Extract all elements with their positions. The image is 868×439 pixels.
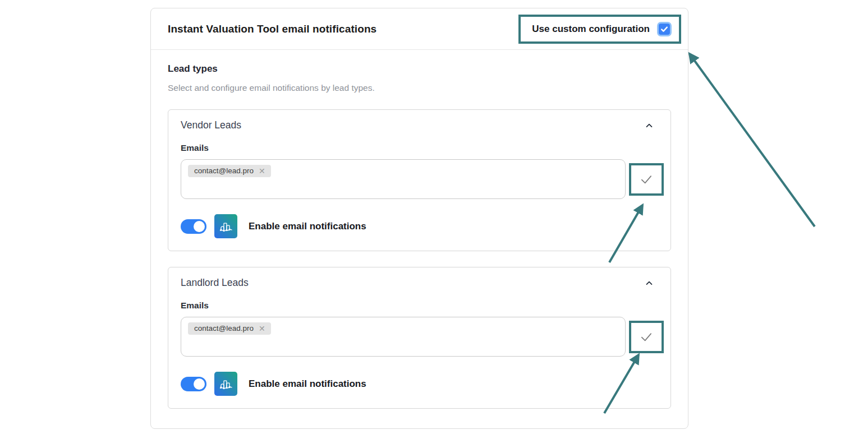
card-head: Landlord Leads xyxy=(181,277,664,289)
collapse-button[interactable] xyxy=(642,278,656,289)
custom-config-annotation: Use custom configuration xyxy=(518,15,681,44)
settings-panel: Instant Valuation Tool email notificatio… xyxy=(150,8,688,429)
emails-label: Emails xyxy=(181,301,664,311)
lead-types-description: Select and configure email notifications… xyxy=(168,83,671,93)
card-head: Vendor Leads xyxy=(181,119,664,131)
email-chip-text: contact@lead.pro xyxy=(194,167,254,175)
checkbox-check-icon xyxy=(660,25,669,34)
chevron-up-icon xyxy=(645,279,654,288)
panel-title: Instant Valuation Tool email notificatio… xyxy=(168,23,376,35)
confirm-emails-button[interactable] xyxy=(629,321,664,353)
emails-row: contact@lead.pro ✕ xyxy=(181,317,664,357)
panel-body: Lead types Select and configure email no… xyxy=(151,50,688,409)
enable-notifications-toggle[interactable] xyxy=(181,377,206,391)
emails-label: Emails xyxy=(181,143,664,153)
emails-input[interactable]: contact@lead.pro ✕ xyxy=(181,317,626,357)
remove-email-icon[interactable]: ✕ xyxy=(259,167,265,175)
buildings-chart-icon xyxy=(214,214,237,238)
email-chip-text: contact@lead.pro xyxy=(194,324,254,332)
toggle-row: Enable email notifications xyxy=(181,214,664,238)
vendor-leads-card: Vendor Leads Emails contact@lead.pro ✕ xyxy=(168,109,671,251)
email-chip: contact@lead.pro ✕ xyxy=(188,322,271,335)
emails-row: contact@lead.pro ✕ xyxy=(181,159,664,199)
enable-notifications-label: Enable email notifications xyxy=(249,378,366,390)
custom-config-label: Use custom configuration xyxy=(532,24,650,35)
email-chip: contact@lead.pro ✕ xyxy=(188,165,271,177)
toggle-knob xyxy=(194,378,205,390)
toggle-row: Enable email notifications xyxy=(181,372,664,396)
emails-input[interactable]: contact@lead.pro ✕ xyxy=(181,159,626,199)
card-title: Landlord Leads xyxy=(181,277,249,289)
collapse-button[interactable] xyxy=(642,120,656,131)
remove-email-icon[interactable]: ✕ xyxy=(259,325,265,332)
landlord-leads-card: Landlord Leads Emails contact@lead.pro ✕ xyxy=(168,267,671,409)
enable-notifications-toggle[interactable] xyxy=(181,219,206,234)
chevron-up-icon xyxy=(645,121,654,130)
lead-types-heading: Lead types xyxy=(168,63,671,75)
annotation-arrow-custom-config xyxy=(690,54,815,227)
card-title: Vendor Leads xyxy=(181,119,241,131)
check-icon xyxy=(639,172,654,187)
enable-notifications-label: Enable email notifications xyxy=(249,221,366,232)
toggle-knob xyxy=(194,221,205,232)
check-icon xyxy=(639,329,654,345)
panel-header: Instant Valuation Tool email notificatio… xyxy=(151,8,688,50)
custom-config-checkbox[interactable] xyxy=(657,22,672,36)
page: Instant Valuation Tool email notificatio… xyxy=(0,0,868,439)
buildings-chart-icon xyxy=(214,372,237,396)
confirm-emails-button[interactable] xyxy=(629,163,664,196)
